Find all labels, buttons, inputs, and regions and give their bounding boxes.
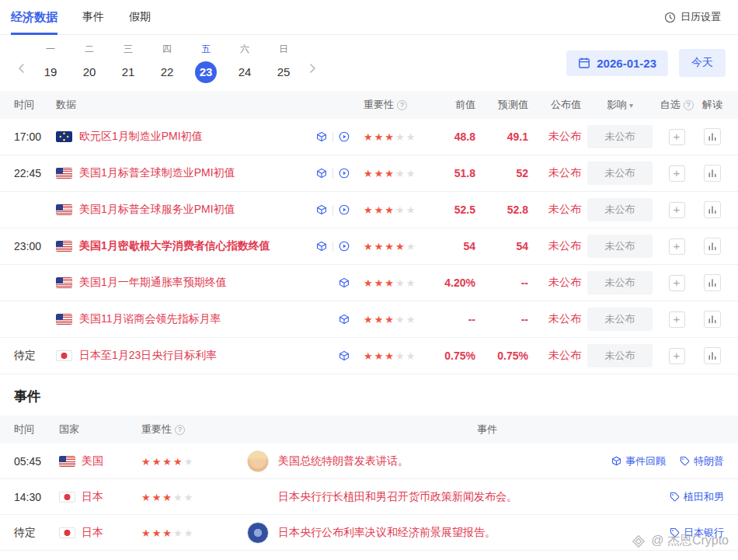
- star-icon: ★: [395, 350, 406, 362]
- star-icon: ★: [152, 527, 163, 539]
- interpret-button[interactable]: [704, 201, 721, 218]
- star-icon: ★: [173, 527, 184, 539]
- impact-button[interactable]: 未公布: [587, 162, 653, 185]
- add-watchlist-button[interactable]: +: [669, 129, 685, 145]
- economic-data-row: 待定 日本至1月23日央行目标利率 ★★★★★ 0.75% 0.75% 未公布 …: [0, 338, 738, 374]
- impact-button[interactable]: 未公布: [587, 308, 653, 331]
- play-video-button[interactable]: [339, 168, 350, 179]
- star-icon: ★: [385, 168, 395, 179]
- indicator-cell: 美国1月密歇根大学消费者信心指数终值: [56, 239, 297, 253]
- clock-icon: [664, 12, 676, 23]
- day-item[interactable]: 六 24: [225, 43, 264, 83]
- day-item[interactable]: 四 22: [148, 43, 186, 83]
- indicator-name[interactable]: 美国1月标普全球制造业PMI初值: [79, 166, 235, 180]
- interpret-button[interactable]: [704, 238, 721, 255]
- bar-chart-icon: [708, 132, 717, 141]
- prev-week-button[interactable]: [12, 53, 31, 84]
- country-cell: 日本: [59, 490, 137, 504]
- day-item[interactable]: 日 25: [264, 43, 303, 83]
- event-link[interactable]: 事件回顾: [611, 454, 666, 468]
- country-flag: [59, 456, 75, 467]
- event-link[interactable]: 植田和男: [670, 490, 724, 504]
- play-video-button[interactable]: [339, 131, 350, 142]
- indicator-name[interactable]: 日本至1月23日央行目标利率: [79, 349, 217, 363]
- impact-button[interactable]: 未公布: [587, 344, 653, 367]
- date-picker[interactable]: 2026-01-23: [566, 50, 668, 76]
- calendar-settings-button[interactable]: 日历设置: [664, 10, 721, 24]
- related-data-cube-button[interactable]: [316, 168, 327, 179]
- bar-chart-icon: [708, 205, 717, 214]
- star-icon: ★: [395, 168, 406, 179]
- interpret-button[interactable]: [704, 347, 721, 364]
- impact-button[interactable]: 未公布: [587, 198, 653, 221]
- add-watchlist-button[interactable]: +: [669, 311, 685, 328]
- add-watchlist-button[interactable]: +: [669, 165, 685, 182]
- row-time: 待定: [14, 526, 54, 540]
- related-data-cube-button[interactable]: [316, 204, 327, 215]
- event-links: 日本银行: [670, 526, 727, 540]
- star-icon: ★: [385, 314, 395, 325]
- speaker-avatar: [247, 522, 269, 544]
- tab-events[interactable]: 事件: [82, 0, 104, 35]
- event-link[interactable]: 日本银行: [670, 526, 724, 540]
- help-icon[interactable]: ?: [175, 425, 185, 435]
- cube-icon: [316, 241, 327, 252]
- event-text[interactable]: 美国总统特朗普发表讲话。: [278, 454, 409, 468]
- help-icon[interactable]: ?: [684, 100, 694, 110]
- related-data-cube-button[interactable]: [339, 277, 350, 288]
- importance-stars: ★★★★★: [354, 277, 426, 289]
- related-data-cube-button[interactable]: [316, 241, 327, 252]
- indicator-name[interactable]: 美国11月谘商会领先指标月率: [79, 312, 221, 326]
- icon-divider: [332, 132, 333, 142]
- related-data-cube-button[interactable]: [339, 314, 350, 325]
- star-icon: ★: [406, 131, 417, 143]
- interpret-button[interactable]: [704, 165, 721, 182]
- bar-chart-icon: [708, 242, 717, 251]
- star-icon: ★: [184, 527, 195, 539]
- event-text[interactable]: 日本央行行长植田和男召开货币政策新闻发布会。: [278, 490, 517, 504]
- day-item[interactable]: 一 19: [31, 43, 70, 83]
- star-icon: ★: [395, 277, 406, 289]
- impact-button[interactable]: 未公布: [587, 125, 653, 148]
- indicator-name[interactable]: 美国1月一年期通胀率预期终值: [79, 276, 227, 290]
- related-data-cube-button[interactable]: [339, 350, 350, 361]
- tab-economic-data[interactable]: 经济数据: [11, 0, 57, 35]
- impact-button[interactable]: 未公布: [587, 235, 653, 258]
- play-video-button[interactable]: [339, 241, 350, 252]
- interpret-button[interactable]: [704, 311, 721, 328]
- day-item[interactable]: 五 23: [186, 43, 225, 83]
- col-time: 时间: [14, 423, 54, 437]
- add-watchlist-button[interactable]: +: [669, 238, 685, 255]
- add-watchlist-button[interactable]: +: [669, 202, 685, 218]
- interpret-button[interactable]: [704, 274, 721, 291]
- col-impact-filter[interactable]: 影响▾: [586, 98, 654, 112]
- add-watchlist-button[interactable]: +: [669, 275, 685, 291]
- col-forecast: 预测值: [480, 98, 528, 112]
- event-link[interactable]: 特朗普: [680, 454, 724, 468]
- indicator-name[interactable]: 美国1月标普全球服务业PMI初值: [79, 203, 235, 217]
- indicator-name[interactable]: 美国1月密歇根大学消费者信心指数终值: [79, 239, 270, 253]
- weekday-label: 二: [70, 43, 109, 56]
- day-item[interactable]: 二 20: [70, 43, 109, 83]
- row-time: 22:45: [14, 167, 51, 179]
- day-item[interactable]: 三 21: [109, 43, 148, 83]
- today-button[interactable]: 今天: [679, 49, 726, 77]
- tag-icon: [670, 527, 680, 537]
- cube-icon: [316, 204, 327, 215]
- impact-button[interactable]: 未公布: [587, 271, 653, 294]
- indicator-name[interactable]: 欧元区1月制造业PMI初值: [79, 130, 203, 144]
- next-week-button[interactable]: [303, 53, 322, 84]
- event-text[interactable]: 日本央行公布利率决议和经济前景展望报告。: [278, 526, 496, 540]
- related-data-cube-button[interactable]: [316, 131, 327, 142]
- row-time: 05:45: [14, 455, 54, 468]
- play-video-button[interactable]: [339, 204, 350, 215]
- importance-stars: ★★★★★: [141, 526, 242, 540]
- help-icon[interactable]: ?: [397, 100, 407, 110]
- economic-data-row: 美国1月一年期通胀率预期终值 ★★★★★ 4.20% -- 未公布 未公布 +: [0, 265, 738, 301]
- tab-holidays[interactable]: 假期: [129, 0, 151, 35]
- interpret-button[interactable]: [704, 128, 721, 145]
- add-watchlist-button[interactable]: +: [669, 348, 685, 364]
- star-icon: ★: [364, 350, 374, 362]
- indicator-cell: 美国11月谘商会领先指标月率: [56, 312, 297, 326]
- country-flag: [56, 168, 72, 179]
